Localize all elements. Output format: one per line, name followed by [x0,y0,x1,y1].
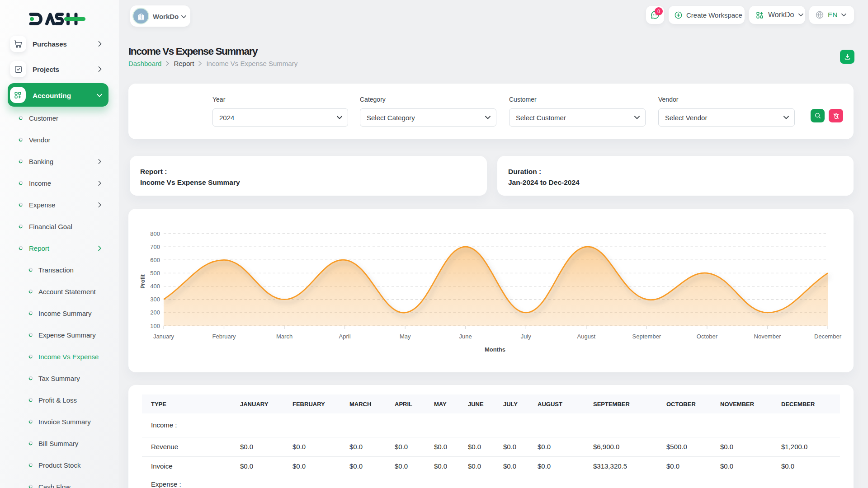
svg-text:300: 300 [150,296,160,303]
svg-text:100: 100 [150,323,160,329]
svg-text:January: January [153,333,175,340]
svg-text:200: 200 [150,309,160,316]
svg-text:March: March [276,333,292,340]
svg-text:800: 800 [150,230,160,237]
svg-text:December: December [814,333,842,340]
svg-text:August: August [577,333,596,340]
svg-text:500: 500 [150,270,160,277]
svg-text:October: October [697,333,718,340]
svg-text:November: November [754,333,782,340]
svg-text:600: 600 [150,257,160,263]
svg-text:July: July [521,333,532,340]
svg-text:May: May [400,333,411,340]
svg-text:September: September [632,333,661,340]
svg-text:June: June [459,333,472,340]
svg-text:Profit: Profit [140,274,146,288]
svg-text:April: April [339,333,351,340]
svg-text:Months: Months [485,346,505,353]
svg-text:400: 400 [150,283,160,290]
svg-text:February: February [212,333,236,340]
svg-text:700: 700 [150,244,160,250]
